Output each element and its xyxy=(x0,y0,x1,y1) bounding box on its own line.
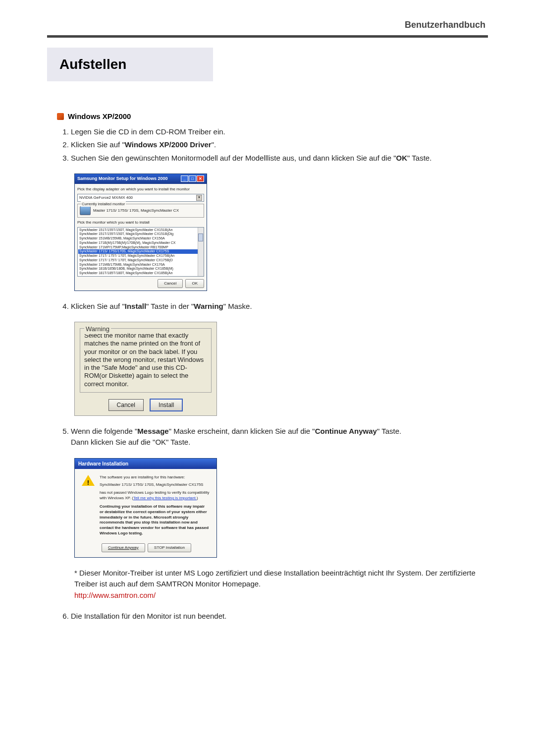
hw-line3: has not passed Windows Logo testing to v… xyxy=(100,490,210,501)
steps-list-1: Legen Sie die CD in dem CD-ROM Treiber e… xyxy=(57,126,488,164)
step-5-e: " Taste. xyxy=(377,427,401,435)
hw-line4: Continuing your installation of this sof… xyxy=(100,504,210,536)
step-5-d: Continue Anyway xyxy=(315,427,377,435)
monitor-list-item[interactable]: SyncMaster 171S/ 175S/170S, MagicSyncMas… xyxy=(78,249,203,254)
dialog3-text: The software you are installing for this… xyxy=(100,475,210,536)
warning-fieldset: Warning Select the monitor name that exa… xyxy=(80,328,212,393)
os-heading: Windows XP/2000 xyxy=(57,111,488,122)
monitor-list-item[interactable]: SyncMaster 151MB/155MB, MagicSyncMaster … xyxy=(78,236,203,241)
hardware-installation-dialog: Hardware Installation ! The software you… xyxy=(74,458,217,558)
monitor-list-item[interactable]: SyncMaster 171B(M)/175B(M)/170B(M), Magi… xyxy=(78,241,203,245)
monitor-list-item[interactable]: SyncMaster 171T/ 175T/ 170T, MagicSyncMa… xyxy=(78,258,203,263)
monitor-list-item[interactable]: SyncMaster 151T/155T/150T, MagicSyncMast… xyxy=(78,232,203,236)
figure-dialog-3: Hardware Installation ! The software you… xyxy=(74,458,488,558)
stop-installation-button[interactable]: STOP Installation xyxy=(148,543,191,552)
scrollbar-thumb[interactable] xyxy=(198,233,203,241)
note-text: * Dieser Monitor-Treiber ist unter MS Lo… xyxy=(74,569,476,588)
step-3-bold: OK xyxy=(396,154,408,162)
hw-link[interactable]: Tell me why this testing is important. xyxy=(133,496,197,500)
step-5: Wenn die folgende "Message" Maske ersche… xyxy=(71,426,488,448)
step-3-a: Suchen Sie den gewünschten Monitormodell… xyxy=(71,154,396,162)
maximize-icon[interactable]: □ xyxy=(189,175,196,182)
os-heading-text: Windows XP/2000 xyxy=(68,111,131,122)
warning-text: Select the monitor name that exactly mat… xyxy=(84,332,207,388)
steps-list-3: Wenn die folgende "Message" Maske ersche… xyxy=(57,426,488,448)
window-buttons: _ □ ✕ xyxy=(181,175,204,182)
step-3: Suchen Sie den gewünschten Monitormodell… xyxy=(71,153,488,164)
page-header-right: Benutzerhandbuch xyxy=(47,20,488,30)
step-2-c: ". xyxy=(212,140,216,149)
adapter-value: NVIDIA GeForce2 MX/MX 400 xyxy=(79,195,133,201)
dialog3-titlebar: Hardware Installation xyxy=(75,459,216,469)
monitor-list-item[interactable]: SyncMaster 171MP/175MP,MagicSyncMaster R… xyxy=(78,245,203,250)
monitor-list-item[interactable]: SyncMaster 171T/ 175T/ 170T, MagicSyncMa… xyxy=(78,254,203,258)
cancel-button[interactable]: Cancel xyxy=(158,279,183,288)
monitor-list[interactable]: SyncMaster 151T/155T/150T, MagicSyncMast… xyxy=(77,227,204,277)
step-4-d: Warning xyxy=(194,302,223,310)
continue-anyway-button[interactable]: Continue Anyway xyxy=(102,543,145,552)
monitor-icon xyxy=(80,206,91,215)
dialog1-body: Pick the display adapter on which you wa… xyxy=(75,184,207,291)
step-2-bold: Windows XP/2000 Driver xyxy=(125,140,212,149)
cube-icon xyxy=(57,113,64,120)
step-4-b: Install xyxy=(125,302,146,310)
step-3-c: " Taste. xyxy=(407,154,431,162)
monitor-list-item[interactable]: SyncMaster 181T/185T/180T, MagicSyncMast… xyxy=(78,276,203,277)
steps-list-4: Die Installation für den Monitor ist nun… xyxy=(57,611,488,622)
dropdown-arrow-icon: ▼ xyxy=(196,195,202,201)
step-5-c: " Maske erscheint, dann klicken Sie auf … xyxy=(169,427,315,435)
step-4-a: Klicken Sie auf " xyxy=(71,302,125,310)
step-5-f: Dann klicken Sie auf die "OK" Taste. xyxy=(71,438,190,446)
ok-button[interactable]: OK xyxy=(185,279,204,288)
step-4-e: " Maske. xyxy=(223,302,252,310)
dialog1-titlebar: Samsung Monitor Setup for Windows 2000 _… xyxy=(75,174,207,184)
note-paragraph: * Dieser Monitor-Treiber ist unter MS Lo… xyxy=(74,568,488,601)
pick-adapter-label: Pick the display adapter on which you wa… xyxy=(77,186,204,192)
header-rule xyxy=(47,35,488,38)
dialog3-title: Hardware Installation xyxy=(78,461,128,466)
content-area: Windows XP/2000 Legen Sie die CD in dem … xyxy=(47,111,488,622)
hw-line3b: ) xyxy=(197,496,198,500)
step-4: Klicken Sie auf "Install" Taste in der "… xyxy=(71,301,488,312)
page-title-box: Aufstellen xyxy=(47,48,213,81)
close-icon[interactable]: ✕ xyxy=(197,175,204,182)
warning-install-button[interactable]: Install xyxy=(150,399,183,411)
monitor-list-item[interactable]: SyncMaster 171MB/175MB, MagicSyncMaster … xyxy=(78,263,203,267)
monitor-list-item[interactable]: SyncMaster 181T/185T/180T, MagicSyncMast… xyxy=(78,271,203,276)
minimize-icon[interactable]: _ xyxy=(181,175,188,182)
warning-cancel-button[interactable]: Cancel xyxy=(108,399,144,411)
pick-monitor-label: Pick the monitor which you want to insta… xyxy=(77,220,204,226)
monitor-list-item[interactable]: SyncMaster 181B/185B/180B, MagicSyncMast… xyxy=(78,267,203,271)
step-5-b: Message xyxy=(137,427,168,435)
warning-dialog: Warning Select the monitor name that exa… xyxy=(74,322,217,416)
scrollbar[interactable] xyxy=(198,228,204,276)
steps-list-2: Klicken Sie auf "Install" Taste in der "… xyxy=(57,301,488,312)
step-1: Legen Sie die CD in dem CD-ROM Treiber e… xyxy=(71,126,488,138)
figure-dialog-2: Warning Select the monitor name that exa… xyxy=(74,322,488,416)
dialog3-body: ! The software you are installing for th… xyxy=(75,469,216,541)
step-6: Die Installation für den Monitor ist nun… xyxy=(71,611,488,622)
current-monitor-value: Master 171S/ 175S/ 170S, MagicSyncMaster… xyxy=(93,208,179,214)
page-title: Aufstellen xyxy=(59,57,201,72)
current-monitor-fieldset: Currently installed monitor Master 171S/… xyxy=(77,204,204,218)
step-5-a: Wenn die folgende " xyxy=(71,427,137,435)
hw-line2: SyncMaster 171S/ 175S/ 170S, MagicSyncMa… xyxy=(100,482,210,488)
monitor-list-item[interactable]: SyncMaster 151T/155T/150T, MagicSyncMast… xyxy=(78,228,203,233)
dialog1-title: Samsung Monitor Setup for Windows 2000 xyxy=(77,175,167,182)
adapter-dropdown[interactable]: NVIDIA GeForce2 MX/MX 400 ▼ xyxy=(77,194,204,202)
step-2-a: Klicken Sie auf " xyxy=(71,140,125,149)
warning-legend: Warning xyxy=(84,324,111,334)
warning-triangle-icon: ! xyxy=(82,475,95,487)
note-link[interactable]: http://www.samtron.com/ xyxy=(74,591,156,599)
hw-line1: The software you are installing for this… xyxy=(100,475,210,480)
step-4-c: " Taste in der " xyxy=(146,302,194,310)
step-2: Klicken Sie auf "Windows XP/2000 Driver"… xyxy=(71,139,488,151)
monitor-setup-dialog: Samsung Monitor Setup for Windows 2000 _… xyxy=(74,174,207,291)
figure-dialog-1: Samsung Monitor Setup for Windows 2000 _… xyxy=(74,174,488,291)
warning-buttons: Cancel Install xyxy=(80,399,212,411)
dialog1-buttons: Cancel OK xyxy=(77,277,204,288)
current-monitor-legend: Currently installed monitor xyxy=(81,201,126,207)
dialog3-buttons: Continue Anyway STOP Installation xyxy=(75,541,216,557)
